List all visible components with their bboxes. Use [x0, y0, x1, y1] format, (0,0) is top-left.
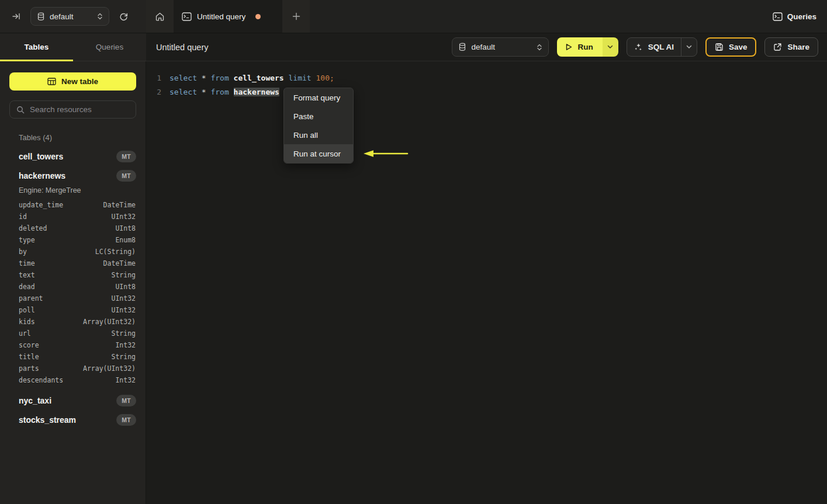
column-row: textString [19, 269, 136, 281]
run-options-button[interactable] [603, 37, 618, 57]
table-row-stocks-stream[interactable]: stocks_stream MT [19, 410, 136, 429]
column-row: urlString [19, 328, 136, 339]
table-row-hackernews[interactable]: hackernews MT [19, 166, 136, 185]
column-type: UInt8 [115, 283, 136, 291]
database-icon [458, 43, 466, 51]
column-name: by [19, 248, 95, 256]
sql-editor[interactable]: 1select * from cell_towers limit 100;2se… [146, 61, 827, 504]
column-name: url [19, 329, 111, 338]
tab-strip-spacer [310, 0, 762, 33]
column-type: DateTime [103, 259, 136, 267]
column-row: partsArray(UInt32) [19, 363, 136, 374]
run-button[interactable]: Run [557, 37, 602, 57]
new-tab-button[interactable] [282, 0, 310, 33]
collapse-sidebar-button[interactable] [8, 8, 25, 25]
column-name: dead [19, 283, 115, 291]
code-token: limit [289, 74, 312, 82]
sidebar-tab-queries[interactable]: Queries [73, 33, 146, 61]
code-token: select [169, 74, 197, 82]
database-selector-top[interactable]: default [30, 7, 109, 26]
column-type: String [111, 353, 136, 361]
menu-item-paste[interactable]: Paste [284, 107, 353, 126]
engine-label: Engine: MergeTree [19, 186, 146, 194]
table-row-nyc-taxi[interactable]: nyc_taxi MT [19, 391, 136, 410]
column-row: idUInt32 [19, 211, 136, 223]
table-name: stocks_stream [19, 415, 116, 425]
column-name: text [19, 271, 111, 279]
sparkles-icon [634, 43, 643, 51]
table-grid-icon [47, 78, 56, 85]
column-type: UInt32 [111, 213, 136, 221]
menu-item-run-all[interactable]: Run all [284, 126, 353, 144]
run-button-label: Run [577, 43, 593, 51]
column-row: parentUInt32 [19, 293, 136, 304]
column-name: descendants [19, 376, 115, 384]
line-number: 2 [146, 88, 161, 96]
line-number: 1 [146, 74, 161, 82]
column-row: deadUInt8 [19, 281, 136, 293]
table-row-cell-towers[interactable]: cell_towers MT [19, 147, 136, 166]
search-resources-input[interactable]: Search resources [9, 100, 136, 119]
code-text: select * from cell_towers limit 100; [169, 74, 334, 82]
sql-ai-button-group: SQL AI [627, 37, 697, 57]
column-row: scoreInt32 [19, 339, 136, 351]
column-type: String [111, 271, 136, 279]
engine-badge: MT [116, 170, 136, 182]
share-button[interactable]: Share [764, 37, 818, 57]
tables-section-label: Tables (4) [19, 133, 146, 142]
sidebar-tab-tables[interactable]: Tables [0, 33, 73, 61]
column-type: UInt32 [111, 294, 136, 303]
column-name: title [19, 353, 111, 361]
column-name: update_time [19, 201, 103, 209]
column-type: Array(UInt32) [83, 318, 136, 326]
column-type: Array(UInt32) [83, 364, 136, 373]
menu-item-run-at-cursor[interactable]: Run at cursor [284, 144, 353, 163]
column-row: kidsArray(UInt32) [19, 316, 136, 328]
top-bar-sidebar-section: default [0, 0, 146, 33]
plus-icon [292, 12, 300, 20]
column-row: update_timeDateTime [19, 199, 136, 211]
tab-untitled-query[interactable]: Untitled query [174, 0, 282, 33]
new-table-button[interactable]: New table [9, 72, 136, 91]
code-token: cell_towers [234, 74, 284, 82]
sql-console-app: default Untitled query [0, 0, 827, 504]
code-token: select [169, 88, 197, 96]
database-selector-toolbar[interactable]: default [452, 37, 549, 57]
code-token: * [202, 88, 206, 96]
table-name: cell_towers [19, 152, 116, 161]
home-tab-button[interactable] [146, 0, 174, 33]
column-type: DateTime [103, 201, 136, 209]
query-title: Untitled query [156, 43, 444, 52]
code-token: from [210, 74, 229, 82]
code-token: * [202, 74, 206, 82]
sql-ai-options-button[interactable] [681, 38, 697, 56]
column-type: Int32 [115, 376, 136, 384]
hackernews-columns: update_timeDateTimeidUInt32deletedUInt8t… [19, 199, 136, 386]
column-name: kids [19, 318, 83, 326]
save-button[interactable]: Save [705, 37, 757, 57]
table-name: hackernews [19, 171, 116, 180]
queries-button[interactable]: Queries [762, 0, 827, 33]
column-type: Enum8 [115, 236, 136, 244]
column-type: UInt32 [111, 306, 136, 314]
run-button-group: Run [557, 37, 618, 57]
code-line[interactable]: 1select * from cell_towers limit 100; [146, 71, 827, 85]
column-type: Int32 [115, 341, 136, 349]
sub-bar: Tables Queries Untitled query default [0, 33, 827, 61]
database-selector-value: default [471, 43, 532, 51]
menu-item-format-query[interactable]: Format query [284, 88, 353, 107]
column-name: time [19, 259, 103, 267]
column-row: byLC(String) [19, 246, 136, 258]
refresh-button[interactable] [115, 8, 132, 25]
search-icon [16, 106, 25, 114]
queries-button-label: Queries [787, 12, 816, 21]
column-row: typeEnum8 [19, 234, 136, 246]
share-button-label: Share [787, 43, 809, 51]
sidebar-tabs: Tables Queries [0, 33, 146, 61]
code-line[interactable]: 2select * from hackernews limit 1000 [146, 85, 827, 99]
engine-badge: MT [116, 151, 136, 162]
column-row: pollUInt32 [19, 304, 136, 316]
code-token: hackernews [234, 88, 279, 96]
column-name: poll [19, 306, 111, 314]
sql-ai-button[interactable]: SQL AI [627, 43, 681, 51]
